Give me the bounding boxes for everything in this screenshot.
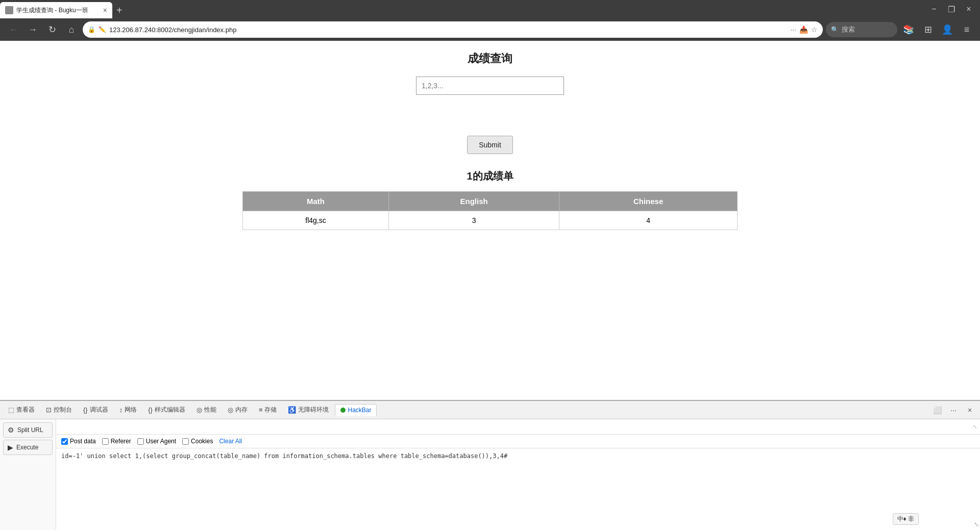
memory-icon: ◎ (228, 406, 233, 414)
devtools-tab-memory[interactable]: ◎ 内存 (223, 403, 253, 416)
cell-chinese: 4 (559, 211, 738, 230)
query-input[interactable] (416, 77, 564, 95)
window-controls: − ❐ × (923, 2, 980, 16)
storage-label: 存储 (264, 406, 277, 414)
tab-close-button[interactable]: × (103, 6, 107, 14)
result-table: Math English Chinese fl4g,sc 3 4 (242, 191, 738, 230)
referer-label: Referer (111, 438, 131, 445)
hackbar-post-area: ⤡ 中♦ 非 (56, 448, 980, 530)
browser-window: 学生成绩查询 - Bugku一班 × + − ❐ × ← → ↻ ⌂ 🔒 ✏️ … (0, 0, 980, 530)
menu-button[interactable]: ≡ (959, 21, 975, 38)
debugger-label: 调试器 (90, 406, 108, 414)
ime-indicator: 中♦ 非 (893, 513, 919, 525)
address-more-button[interactable]: ··· (790, 26, 796, 34)
devtools-tab-accessibility[interactable]: ♿ 无障碍环境 (283, 403, 334, 416)
devtools-tab-network[interactable]: ↕ 网络 (114, 403, 142, 416)
tab-title: 学生成绩查询 - Bugku一班 (16, 6, 100, 15)
storage-icon: ≡ (259, 406, 263, 414)
textarea-resize-handle: ⤡ (971, 521, 979, 529)
devtools-tab-storage[interactable]: ≡ 存储 (254, 403, 282, 416)
hackbar-options: Post data Referer User Agent Cookie (56, 435, 980, 448)
split-url-icon: ⚙ (8, 426, 14, 434)
devtools-tab-hackbar[interactable]: HackBar (335, 404, 377, 416)
page-title: 成绩查询 (468, 51, 512, 66)
execute-icon: ▶ (8, 443, 13, 451)
search-placeholder: 搜索 (842, 25, 855, 34)
devtools-tab-debugger[interactable]: {} 调试器 (78, 403, 113, 416)
lock-icon: 🔒 (88, 26, 95, 33)
a11y-label: 无障碍环境 (298, 406, 329, 414)
hackbar-content: ⚙ Split URL ▶ Execute ⤡ (0, 419, 980, 530)
user-agent-checkbox[interactable]: User Agent (137, 438, 176, 445)
new-tab-button[interactable]: + (112, 5, 127, 16)
hackbar-main: ⤡ Post data Referer (56, 419, 980, 530)
console-label: 控制台 (54, 406, 72, 414)
result-heading: 1的成绩单 (467, 169, 513, 183)
forward-button[interactable]: → (24, 21, 41, 38)
pocket-icon: 📥 (799, 26, 808, 34)
reload-button[interactable]: ↻ (44, 21, 60, 38)
inspector-icon: ⬚ (8, 406, 14, 414)
execute-button[interactable]: ▶ Execute (3, 440, 53, 455)
post-data-checkbox[interactable]: Post data (61, 438, 96, 445)
close-button[interactable]: × (962, 2, 976, 16)
devtools-expand-button[interactable]: ⬜ (930, 403, 944, 417)
synced-tabs-button[interactable]: ⊞ (920, 21, 936, 38)
referer-input[interactable] (102, 438, 109, 445)
console-icon: ⊡ (46, 406, 52, 414)
perf-label: 性能 (204, 406, 216, 414)
account-button[interactable]: 👤 (939, 21, 955, 38)
hackbar-url-input[interactable] (59, 423, 973, 431)
cookies-input[interactable] (182, 438, 189, 445)
devtools-more-button[interactable]: ··· (946, 403, 961, 417)
clear-all-button[interactable]: Clear All (219, 438, 242, 445)
network-label: 网络 (125, 406, 137, 414)
url-display[interactable]: 123.206.87.240:8002/chengjidan/index.php (109, 26, 787, 34)
edit-url-icon: ✏️ (99, 26, 106, 33)
post-data-input[interactable] (61, 438, 68, 445)
devtools-tab-style-editor[interactable]: {} 样式编辑器 (143, 403, 190, 416)
devtools-panel: ⬚ 查看器 ⊡ 控制台 {} 调试器 ↕ 网络 {} 样式编辑器 (0, 400, 980, 530)
col-header-english: English (389, 192, 559, 211)
table-row: fl4g,sc 3 4 (243, 211, 738, 230)
address-actions: ··· 📥 ☆ (790, 26, 818, 34)
library-button[interactable]: 📚 (900, 21, 917, 38)
devtools-tab-console[interactable]: ⊡ 控制台 (41, 403, 77, 416)
cell-english: 3 (389, 211, 559, 230)
ime-label: 中♦ 非 (897, 515, 914, 523)
devtools-tab-performance[interactable]: ◎ 性能 (191, 403, 222, 416)
home-button[interactable]: ⌂ (63, 21, 80, 38)
cell-math: fl4g,sc (243, 211, 389, 230)
memory-label: 内存 (235, 406, 248, 414)
search-box[interactable]: 🔍 搜索 (826, 22, 897, 37)
devtools-close-button[interactable]: × (963, 403, 977, 417)
address-bar[interactable]: 🔒 ✏️ 123.206.87.240:8002/chengjidan/inde… (83, 21, 823, 38)
devtools-tab-inspector[interactable]: ⬚ 查看器 (3, 403, 40, 416)
devtools-tab-bar: ⬚ 查看器 ⊡ 控制台 {} 调试器 ↕ 网络 {} 样式编辑器 (0, 401, 980, 419)
cookies-checkbox[interactable]: Cookies (182, 438, 213, 445)
maximize-button[interactable]: ❐ (944, 2, 959, 16)
debugger-icon: {} (83, 406, 88, 414)
col-header-math: Math (243, 192, 389, 211)
hackbar-dot-icon (340, 408, 346, 413)
submit-button[interactable]: Submit (467, 136, 513, 154)
page-content: 成绩查询 Submit 1的成绩单 Math English Chinese f… (0, 41, 980, 530)
search-icon: 🔍 (831, 26, 839, 33)
hackbar-sidebar: ⚙ Split URL ▶ Execute (0, 419, 56, 530)
hackbar-label: HackBar (348, 407, 371, 414)
bookmark-icon[interactable]: ☆ (811, 26, 818, 34)
devtools-right-controls: ⬜ ··· × (930, 403, 977, 417)
user-agent-label: User Agent (146, 438, 176, 445)
back-button[interactable]: ← (5, 21, 21, 38)
post-data-label: Post data (70, 438, 96, 445)
split-url-label: Split URL (17, 426, 43, 434)
minimize-button[interactable]: − (927, 2, 941, 16)
hackbar-post-textarea[interactable] (56, 448, 980, 530)
style-icon: {} (148, 406, 153, 414)
active-tab[interactable]: 学生成绩查询 - Bugku一班 × (0, 2, 112, 18)
split-url-button[interactable]: ⚙ Split URL (3, 422, 53, 438)
cookies-label: Cookies (191, 438, 213, 445)
tab-favicon (5, 6, 13, 14)
referer-checkbox[interactable]: Referer (102, 438, 131, 445)
user-agent-input[interactable] (137, 438, 144, 445)
